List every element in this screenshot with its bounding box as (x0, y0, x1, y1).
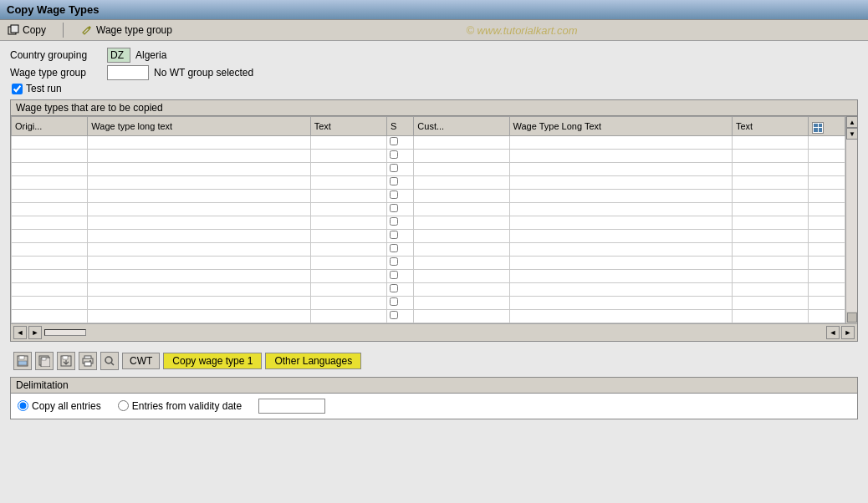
scroll-track (846, 140, 857, 312)
wage-types-table: Origi... Wage type long text Text S Cust… (11, 116, 845, 323)
wage-type-group-row: Wage type group No WT group selected (10, 65, 858, 80)
entries-from-label: Entries from validity date (132, 400, 242, 412)
table-row (12, 135, 845, 149)
row-checkbox[interactable] (390, 244, 398, 252)
copy-all-radio[interactable] (18, 400, 28, 411)
cwt-button[interactable]: CWT (122, 353, 160, 369)
row-checkbox[interactable] (390, 137, 398, 145)
row-checkbox[interactable] (390, 191, 398, 199)
scroll-down-btn[interactable]: ▼ (846, 128, 858, 140)
save-local-btn[interactable] (57, 352, 75, 370)
wage-types-table-section: Wage types that are to be copied Origi..… (10, 99, 858, 342)
table-row (12, 269, 845, 282)
copy-wage-type-button[interactable]: Copy wage type 1 (163, 353, 262, 369)
table-row (12, 216, 845, 229)
save-multi-btn[interactable] (35, 352, 54, 370)
svg-rect-7 (42, 358, 46, 360)
svg-rect-9 (63, 356, 68, 359)
save-btn[interactable] (13, 352, 32, 370)
row-checkbox[interactable] (390, 217, 398, 226)
wage-type-group-toolbar-item[interactable]: Wage type group (80, 23, 172, 37)
scroll-left-btn[interactable]: ◄ (13, 326, 27, 339)
title-bar: Copy Wage Types (0, 0, 868, 20)
table-row (12, 149, 845, 162)
col-header-cust: Cust... (414, 117, 509, 136)
svg-rect-3 (19, 356, 24, 359)
row-checkbox[interactable] (390, 271, 398, 279)
h-scroll-grip[interactable] (44, 329, 86, 336)
scroll-up-btn[interactable]: ▲ (846, 116, 858, 128)
row-checkbox[interactable] (390, 297, 398, 306)
table-row (12, 175, 845, 189)
wage-type-group-label: Wage type group (10, 67, 102, 79)
country-grouping-label: Country grouping (10, 49, 102, 61)
svg-rect-4 (18, 361, 27, 365)
table-row (12, 189, 845, 202)
scroll-left2-btn[interactable]: ◄ (826, 326, 840, 339)
svg-line-16 (111, 363, 114, 365)
copy-all-label: Copy all entries (32, 400, 101, 412)
vertical-scrollbar[interactable]: ▲ ▼ (845, 116, 857, 323)
table-row (12, 229, 845, 242)
table-row (12, 296, 845, 309)
svg-rect-1 (11, 25, 18, 33)
entries-from-validity-row: Entries from validity date (118, 400, 242, 412)
wage-type-group-input[interactable] (107, 65, 149, 80)
svg-rect-13 (84, 362, 91, 366)
test-run-row: Test run (12, 83, 858, 94)
delimitation-content: Copy all entries Entries from validity d… (11, 394, 857, 419)
main-content: Country grouping Algeria Wage type group… (0, 41, 868, 426)
copy-icon (7, 23, 20, 37)
edit-icon (80, 23, 94, 37)
horizontal-scroll-bar: ◄ ► ◄ ► (11, 323, 857, 341)
row-checkbox[interactable] (390, 257, 398, 266)
find-btn[interactable] (100, 352, 119, 370)
copy-all-entries-row: Copy all entries (18, 400, 101, 412)
row-checkbox[interactable] (390, 204, 398, 212)
svg-point-15 (105, 357, 112, 363)
col-header-text: Text (310, 117, 386, 136)
scroll-thumb (847, 312, 857, 323)
table-row (12, 202, 845, 216)
table-row (12, 309, 845, 323)
col-header-wt-long: Wage Type Long Text (509, 117, 732, 136)
table-row (12, 256, 845, 269)
scroll-right2-btn[interactable]: ► (841, 326, 855, 339)
other-languages-button[interactable]: Other Languages (265, 353, 361, 369)
country-code-input[interactable] (107, 48, 130, 63)
col-header-orig: Origi... (12, 117, 88, 136)
page-title: Copy Wage Types (7, 3, 100, 16)
action-buttons-row: CWT Copy wage type 1 Other Languages (10, 347, 858, 375)
copy-label: Copy (23, 24, 46, 36)
wage-type-group-label: Wage type group (96, 24, 172, 36)
col-header-long-text: Wage type long text (88, 117, 310, 136)
test-run-checkbox[interactable] (12, 84, 23, 94)
entries-from-radio[interactable] (118, 400, 129, 411)
row-checkbox[interactable] (390, 311, 398, 319)
col-header-text2: Text (732, 117, 808, 136)
country-grouping-row: Country grouping Algeria (10, 48, 858, 63)
scroll-right-btn[interactable]: ► (28, 326, 42, 339)
table-row (12, 162, 845, 175)
validity-date-input[interactable] (258, 399, 325, 414)
wage-type-group-text: No WT group selected (154, 67, 253, 79)
row-checkbox[interactable] (390, 177, 398, 185)
table-row (12, 242, 845, 256)
copy-toolbar-item[interactable]: Copy (7, 23, 46, 37)
delimitation-title: Delimitation (11, 378, 857, 394)
print-btn[interactable] (79, 352, 97, 370)
row-checkbox[interactable] (390, 231, 398, 239)
test-run-label: Test run (26, 83, 62, 94)
col-header-grid[interactable] (809, 117, 845, 136)
row-checkbox[interactable] (390, 164, 398, 172)
table-row (12, 282, 845, 296)
col-header-s: S (387, 117, 414, 136)
row-checkbox[interactable] (390, 150, 398, 159)
table-section-title: Wage types that are to be copied (11, 100, 857, 116)
svg-point-14 (89, 360, 91, 362)
watermark: © www.tutorialkart.com (466, 24, 577, 37)
row-checkbox[interactable] (390, 284, 398, 292)
delimitation-section: Delimitation Copy all entries Entries fr… (10, 377, 858, 419)
country-name: Algeria (135, 49, 166, 61)
toolbar: Copy Wage type group © www.tutorialkart.… (0, 20, 868, 41)
